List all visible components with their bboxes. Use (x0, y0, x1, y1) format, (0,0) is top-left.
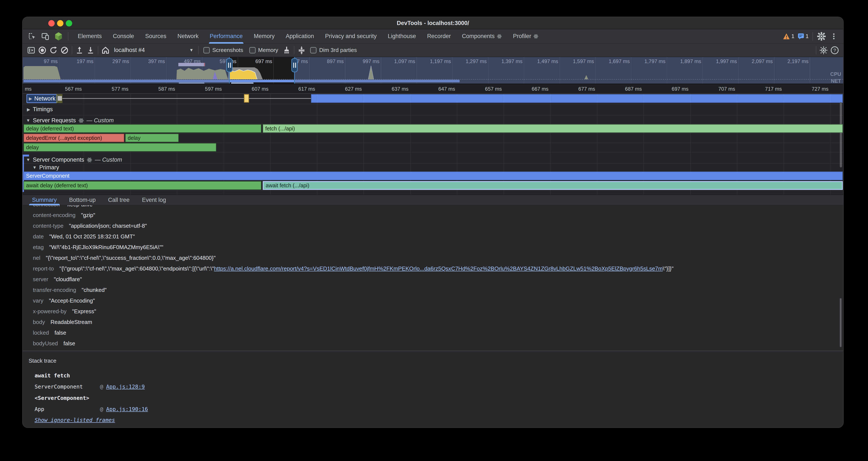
handle-grip[interactable] (291, 58, 298, 72)
toggle-sidebar-icon[interactable] (26, 45, 37, 56)
tab-memory[interactable]: Memory (248, 29, 280, 43)
tab-lighthouse[interactable]: Lighthouse (382, 29, 422, 43)
tab-privacy-and-security[interactable]: Privacy and security (319, 29, 382, 43)
details-scrollbar-thumb[interactable] (840, 298, 841, 347)
screenshots-label: Screenshots (212, 47, 243, 54)
track-timings-label[interactable]: ▶ Timings (27, 106, 53, 113)
clear-icon[interactable] (59, 45, 70, 56)
issues-warning-badge[interactable]: 1 (782, 33, 795, 39)
tab-label: Sources (145, 33, 166, 39)
memory-checkbox[interactable]: Memory (249, 47, 278, 54)
trace-event-bar[interactable]: delay (deferred text) (24, 124, 261, 133)
details-tab-summary[interactable]: Summary (32, 195, 57, 205)
capture-settings-gear-icon[interactable] (818, 45, 829, 56)
flame-row-separator (23, 104, 843, 104)
load-profile-icon[interactable] (74, 45, 85, 56)
flamechart-scrollbar-thumb[interactable] (840, 102, 842, 167)
tab-components[interactable]: Components (457, 29, 507, 43)
disclosure-right-icon[interactable]: ▶ (29, 96, 32, 101)
tab-elements[interactable]: Elements (72, 29, 107, 43)
server-requests-title: Server Requests (33, 117, 76, 124)
trace-event-bar[interactable]: ServerComponent (24, 172, 843, 180)
screenshots-checkbox[interactable]: Screenshots (203, 47, 243, 54)
detail-key: nel (33, 255, 40, 261)
flame-row-separator (23, 152, 843, 152)
trace-event-bar[interactable]: delayedError (...ayed exception) (24, 134, 124, 142)
tab-recorder[interactable]: Recorder (422, 29, 457, 43)
stack-frame: ServerComponent@App.js:128:9 (35, 383, 145, 390)
flame-row-separator (23, 163, 843, 164)
ruler-tick-label: 717 ms (765, 86, 782, 92)
details-tab-event-log[interactable]: Event log (142, 195, 166, 205)
dim-3rd-parties-checkbox-box[interactable] (310, 47, 316, 54)
flamechart-area[interactable]: ▶ Network ▶ Timings ▼ Server Requests — … (23, 94, 843, 195)
tab-sources[interactable]: Sources (140, 29, 172, 43)
stack-frame: await fetch (35, 373, 70, 379)
console-messages-badge[interactable]: 1 (797, 33, 809, 39)
network-track-title: Network (34, 95, 55, 102)
stack-frame-source-link[interactable]: App.js:190:16 (106, 406, 148, 412)
stack-frame-at: @ (100, 406, 103, 412)
detail-row-nel: nel"{\"report_to\":\"cf-nel\",\"success_… (33, 254, 830, 261)
save-profile-icon[interactable] (85, 45, 96, 56)
disclosure-down-icon[interactable]: ▼ (32, 165, 37, 170)
settings-gear-icon[interactable] (816, 31, 827, 42)
ruler-tick-label: 687 ms (625, 86, 642, 92)
ruler-tick-label: 597 ms (205, 86, 222, 92)
ruler-tick-label: 637 ms (392, 86, 409, 92)
collect-garbage-icon[interactable] (281, 45, 292, 56)
performance-toolbar: localhost #4 ▼ Screenshots Memory Dim 3r… (23, 44, 843, 57)
show-ignore-listed-frames-link[interactable]: Show ignore-listed frames (35, 417, 115, 423)
ruler-tick-label: 657 ms (485, 86, 502, 92)
network-request-short[interactable] (244, 94, 249, 103)
overview-right-handle[interactable] (294, 57, 295, 84)
history-select[interactable]: localhost #4 ▼ (111, 47, 196, 54)
help-icon[interactable]: ? (829, 45, 840, 56)
trace-event-bar[interactable]: await delay (deferred text) (24, 181, 261, 190)
detail-key: content-encoding (33, 212, 75, 219)
tab-profiler[interactable]: Profiler (507, 29, 544, 43)
ruler-tick-label: 677 ms (578, 86, 595, 92)
trace-event-bar[interactable]: fetch (.../api) (263, 124, 843, 133)
record-icon[interactable] (37, 45, 48, 56)
track-network-label[interactable]: ▶ Network (27, 94, 57, 103)
overview-left-handle[interactable] (229, 57, 230, 84)
trace-event-bar[interactable]: delay (24, 143, 216, 152)
disclosure-down-icon[interactable]: ▼ (26, 157, 30, 162)
tab-label: Network (178, 33, 198, 39)
detail-value: "Accept-Encoding" (49, 297, 95, 304)
track-server-components-header[interactable]: ▼ Server Components — Custom (26, 156, 122, 163)
more-options-kebab-icon[interactable] (828, 31, 839, 42)
stack-frame-function: ServerComponent (35, 383, 100, 390)
chevron-down-icon: ▼ (189, 48, 193, 53)
disclosure-down-icon[interactable]: ▼ (26, 118, 30, 123)
screenshots-checkbox-box[interactable] (203, 47, 210, 54)
home-icon[interactable] (100, 45, 111, 56)
tab-label: Application (286, 33, 314, 39)
stack-frame-source-link[interactable]: App.js:128:9 (106, 383, 145, 390)
trace-event-bar[interactable]: delay (125, 134, 179, 142)
detail-value: ReadableStream (51, 319, 92, 325)
tab-performance[interactable]: Performance (204, 29, 248, 43)
tab-network[interactable]: Network (172, 29, 204, 43)
summary-details-pane[interactable]: connection"keep-alive"content-encoding"g… (23, 205, 843, 351)
trace-event-bar[interactable]: await fetch (.../api) (263, 181, 843, 190)
report-to-url-link[interactable]: https://a.nel.cloudflare.com/report/v4?s… (214, 265, 663, 272)
compress-tracks-icon[interactable] (296, 45, 307, 56)
handle-grip[interactable] (226, 58, 232, 72)
disclosure-right-icon[interactable]: ▶ (27, 107, 30, 112)
network-request-long[interactable] (311, 94, 843, 103)
details-tab-call-tree[interactable]: Call tree (108, 195, 130, 205)
memory-checkbox-box[interactable] (249, 47, 256, 54)
tab-console[interactable]: Console (107, 29, 140, 43)
tab-application[interactable]: Application (280, 29, 319, 43)
dim-3rd-parties-checkbox[interactable]: Dim 3rd parties (310, 47, 357, 54)
track-server-requests-header[interactable]: ▼ Server Requests — Custom (26, 117, 114, 124)
details-tab-bottom-up[interactable]: Bottom-up (69, 195, 96, 205)
device-toolbar-icon[interactable] (40, 31, 51, 42)
timeline-overview[interactable]: CPU NET 97 ms197 ms297 ms397 ms497 ms597… (23, 57, 843, 84)
inspect-element-icon[interactable] (27, 31, 38, 42)
reload-record-icon[interactable] (48, 45, 59, 56)
track-primary-subheader[interactable]: ▼ Primary (32, 164, 59, 171)
extension-cube-icon[interactable] (53, 31, 64, 42)
